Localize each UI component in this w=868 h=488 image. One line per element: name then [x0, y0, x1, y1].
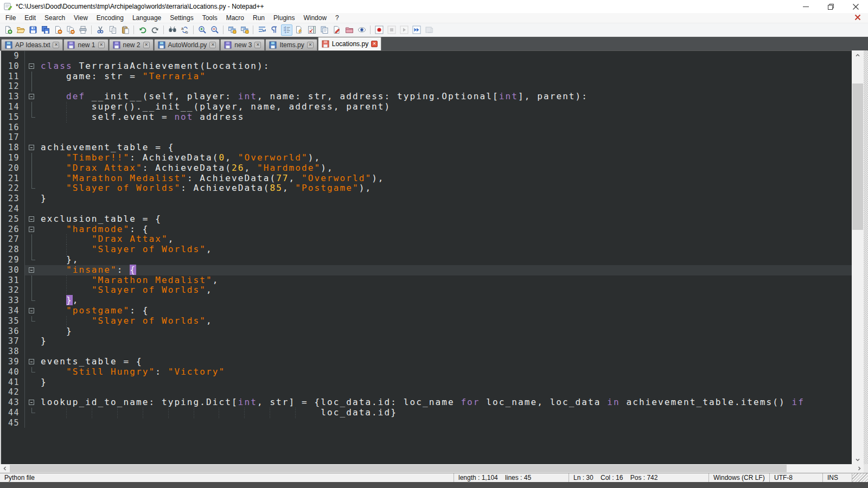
- menu-view[interactable]: View: [69, 13, 92, 23]
- fold-collapse-icon[interactable]: [25, 92, 39, 102]
- tab-close-icon[interactable]: ✕: [307, 42, 314, 48]
- function-list-icon[interactable]: [293, 24, 305, 36]
- code-line[interactable]: 28 "Slayer of Worlds",: [1, 245, 852, 255]
- fold-collapse-icon[interactable]: [25, 214, 39, 224]
- code-line[interactable]: 25exclusion_table = {: [1, 214, 852, 224]
- redo-icon[interactable]: [149, 24, 161, 36]
- code-line[interactable]: 21 "Marathon Medalist": AchieveData(77, …: [1, 174, 852, 184]
- tab-close-icon[interactable]: ✕: [98, 42, 105, 48]
- menu-window[interactable]: Window: [299, 13, 331, 23]
- code-line[interactable]: 9: [1, 51, 852, 61]
- scroll-right-arrow[interactable]: [854, 464, 864, 473]
- find-icon[interactable]: [167, 24, 178, 36]
- code-line[interactable]: 20 "Drax Attax": AchieveData(26, "Hardmo…: [1, 163, 852, 174]
- folder-as-workspace-icon[interactable]: [343, 24, 355, 36]
- tab-close-icon[interactable]: ✕: [143, 42, 150, 48]
- code-line[interactable]: 12: [1, 81, 852, 92]
- menu-help[interactable]: ?: [331, 13, 343, 23]
- paste-icon[interactable]: [119, 24, 131, 36]
- cut-icon[interactable]: [94, 24, 106, 36]
- document-close-icon[interactable]: [854, 14, 863, 22]
- code-line[interactable]: 22 "Slayer of Worlds": AchieveData(85, "…: [1, 183, 852, 194]
- tab-locations-py[interactable]: Locations.py✕: [318, 37, 381, 50]
- vertical-scroll-thumb[interactable]: [852, 84, 863, 230]
- code-line[interactable]: 42: [1, 387, 852, 397]
- restore-button[interactable]: [818, 0, 843, 13]
- fold-collapse-icon[interactable]: [25, 265, 39, 275]
- code-line[interactable]: 35 "Slayer of Worlds",: [1, 316, 852, 326]
- code-line[interactable]: 18achievement_table = {: [1, 143, 852, 153]
- code-line[interactable]: 11 game: str = "Terraria": [1, 72, 852, 82]
- fold-collapse-icon[interactable]: [25, 397, 39, 408]
- code-line[interactable]: 27 "Drax Attax",: [1, 234, 852, 245]
- tab-new-2[interactable]: new 2✕: [109, 39, 154, 50]
- code-line[interactable]: 13 def __init__(self, player: int, name:…: [1, 92, 852, 102]
- menu-settings[interactable]: Settings: [165, 13, 197, 23]
- sync-vertical-scroll-icon[interactable]: [226, 24, 238, 36]
- close-all-icon[interactable]: [65, 24, 76, 36]
- minimize-button[interactable]: [793, 0, 818, 13]
- new-file-icon[interactable]: [2, 24, 14, 36]
- code-line[interactable]: 33 },: [1, 296, 852, 306]
- menu-file[interactable]: File: [1, 13, 20, 23]
- code-line[interactable]: 10class TerrariaAchievement(Location):: [1, 61, 852, 72]
- menu-plugins[interactable]: Plugins: [269, 13, 299, 23]
- code-line[interactable]: 15 self.event = not address: [1, 112, 852, 123]
- copy-icon[interactable]: [107, 24, 118, 36]
- tab-close-icon[interactable]: ✕: [209, 42, 216, 48]
- code-line[interactable]: 38: [1, 346, 852, 357]
- print-icon[interactable]: [77, 24, 88, 36]
- tab-ap-ideas-txt[interactable]: AP Ideas.txt✕: [1, 39, 63, 50]
- code-line[interactable]: 29 },: [1, 255, 852, 265]
- macro-play-icon[interactable]: [398, 24, 410, 36]
- fold-collapse-icon[interactable]: [25, 143, 39, 153]
- code-line[interactable]: 41}: [1, 377, 852, 388]
- sync-horizontal-scroll-icon[interactable]: [239, 24, 250, 36]
- preview-icon[interactable]: [356, 24, 367, 36]
- replace-icon[interactable]: ab: [179, 24, 190, 36]
- save-all-icon[interactable]: [40, 24, 51, 36]
- word-wrap-icon[interactable]: [256, 24, 267, 36]
- code-line[interactable]: 37}: [1, 336, 852, 346]
- code-line[interactable]: 17: [1, 132, 852, 143]
- tab-close-icon[interactable]: ✕: [371, 41, 378, 47]
- code-line[interactable]: 24: [1, 204, 852, 214]
- zoom-out-icon[interactable]: [209, 24, 220, 36]
- menu-run[interactable]: Run: [248, 13, 269, 23]
- vertical-scrollbar[interactable]: [852, 50, 864, 464]
- open-icon[interactable]: [15, 24, 26, 36]
- code-line[interactable]: 26 "hardmode": {: [1, 224, 852, 235]
- code-line[interactable]: 16: [1, 123, 852, 133]
- macro-run-multiple-icon[interactable]: [411, 24, 422, 36]
- undo-icon[interactable]: [137, 24, 148, 36]
- code-line[interactable]: 43lookup_id_to_name: typing.Dict[int, st…: [1, 397, 852, 408]
- code-line[interactable]: 30 "insane": {: [1, 265, 852, 275]
- macro-record-icon[interactable]: [373, 24, 385, 36]
- macro-save-icon[interactable]: [423, 24, 435, 36]
- code-line[interactable]: 31 "Marathon Medalist",: [1, 275, 852, 286]
- code-editor[interactable]: 910class TerrariaAchievement(Location):1…: [0, 50, 852, 464]
- document-switcher-icon[interactable]: [318, 24, 330, 36]
- menu-language[interactable]: Language: [128, 13, 165, 23]
- close-button[interactable]: [843, 0, 868, 13]
- tab-new-1[interactable]: new 1✕: [63, 39, 108, 50]
- code-line[interactable]: 23}: [1, 194, 852, 204]
- fold-collapse-icon[interactable]: [25, 61, 39, 72]
- document-map-icon[interactable]: [306, 24, 317, 36]
- menu-search[interactable]: Search: [40, 13, 69, 23]
- menu-edit[interactable]: Edit: [20, 13, 40, 23]
- menu-tools[interactable]: Tools: [198, 13, 222, 23]
- code-line[interactable]: 45: [1, 418, 852, 428]
- tab-new-3[interactable]: new 3✕: [220, 39, 265, 50]
- fold-collapse-icon[interactable]: [25, 306, 39, 316]
- save-icon[interactable]: [27, 24, 39, 36]
- code-line[interactable]: 14 super().__init__(player, name, addres…: [1, 102, 852, 112]
- indent-guide-icon[interactable]: [281, 24, 292, 36]
- menu-macro[interactable]: Macro: [222, 13, 248, 23]
- tab-close-icon[interactable]: ✕: [53, 42, 59, 48]
- close-icon[interactable]: [52, 24, 63, 36]
- fold-collapse-icon[interactable]: [25, 357, 39, 367]
- code-line[interactable]: 19 "Timber!!": AchieveData(0, "Overworld…: [1, 153, 852, 163]
- scroll-down-arrow[interactable]: [852, 455, 864, 464]
- macro-stop-icon[interactable]: [386, 24, 397, 36]
